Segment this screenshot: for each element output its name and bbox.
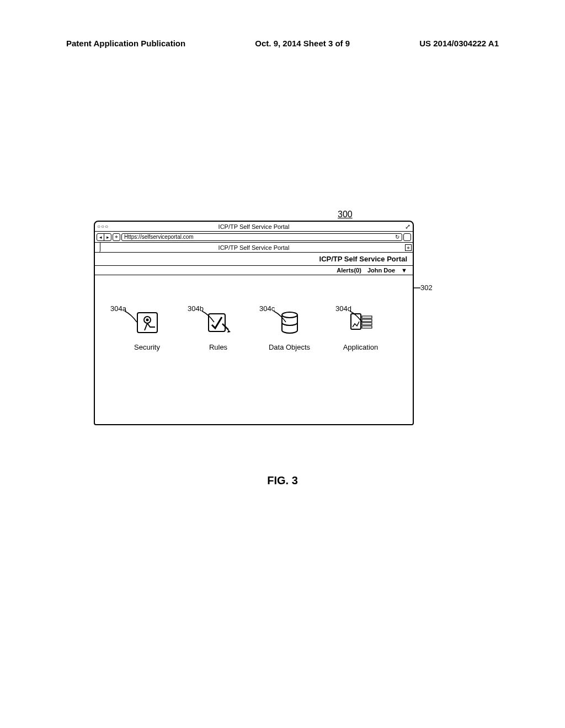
nav-buttons: ◂ ▸	[97, 233, 111, 241]
database-icon	[278, 311, 302, 335]
svg-marker-4	[227, 330, 231, 333]
svg-point-2	[146, 319, 148, 322]
rules-icon	[206, 311, 231, 335]
window-titlebar: ○○○ ICP/TP Self Service Portal ⤢	[95, 222, 413, 232]
dashboard-area: Security Rules	[95, 275, 413, 424]
callout-304c: 304c	[259, 304, 275, 313]
window-title: ICP/TP Self Service Portal	[218, 223, 290, 230]
figure-reference-300: 300	[338, 210, 353, 220]
portal-brand: ICP/TP Self Service Portal	[95, 253, 413, 266]
tile-label: Application	[328, 343, 394, 351]
tile-label: Data Objects	[257, 343, 323, 351]
tile-label: Security	[114, 343, 180, 351]
user-bar: Alerts(0) John Doe ▼	[95, 266, 413, 275]
resize-icon[interactable]: ⤢	[403, 223, 413, 231]
application-icon	[349, 311, 373, 335]
tile-security[interactable]: Security	[114, 311, 180, 351]
page-content: ICP/TP Self Service Portal Alerts(0) Joh…	[95, 253, 413, 424]
svg-point-5	[282, 312, 297, 318]
tile-rules[interactable]: Rules	[185, 311, 252, 351]
traffic-lights-icon: ○○○	[95, 223, 111, 229]
url-text: Https://selfserviceportal.com	[124, 233, 194, 240]
url-bar[interactable]: Https://selfserviceportal.com ↻	[121, 233, 402, 241]
alerts-link[interactable]: Alerts(0)	[337, 267, 361, 274]
scroll-up-button[interactable]	[403, 233, 411, 241]
callout-302: 302	[420, 283, 433, 292]
header-left: Patent Application Publication	[66, 39, 185, 48]
tile-data-objects[interactable]: Data Objects	[257, 311, 323, 351]
dropdown-icon[interactable]: ▼	[401, 267, 407, 274]
header-right: US 2014/0304222 A1	[419, 39, 499, 48]
svg-rect-8	[362, 319, 372, 322]
svg-rect-10	[362, 326, 372, 328]
nav-toolbar: ◂ ▸ + Https://selfserviceportal.com ↻	[95, 232, 413, 243]
tab-label[interactable]: ICP/TP Self Service Portal	[218, 243, 290, 253]
callout-304b: 304b	[188, 304, 204, 313]
forward-button[interactable]: ▸	[104, 234, 111, 240]
callout-304a: 304a	[110, 304, 126, 313]
callout-304d: 304d	[335, 304, 351, 313]
browser-window: ○○○ ICP/TP Self Service Portal ⤢ ◂ ▸ + H…	[94, 221, 414, 425]
reload-icon[interactable]: ↻	[395, 233, 399, 240]
security-icon	[135, 311, 159, 335]
user-name[interactable]: John Doe	[367, 267, 395, 274]
tile-label: Rules	[185, 343, 252, 351]
svg-rect-9	[362, 323, 372, 325]
add-button[interactable]: +	[113, 233, 120, 241]
new-tab-button[interactable]: +	[405, 244, 412, 251]
figure-caption: FIG. 3	[267, 474, 298, 487]
page-header: Patent Application Publication Oct. 9, 2…	[0, 0, 565, 48]
tile-application[interactable]: Application	[328, 311, 394, 351]
header-center: Oct. 9, 2014 Sheet 3 of 9	[255, 39, 350, 48]
svg-rect-7	[362, 316, 372, 318]
tab-bar: ICP/TP Self Service Portal +	[95, 243, 413, 253]
svg-rect-3	[209, 314, 225, 331]
back-button[interactable]: ◂	[97, 234, 104, 240]
